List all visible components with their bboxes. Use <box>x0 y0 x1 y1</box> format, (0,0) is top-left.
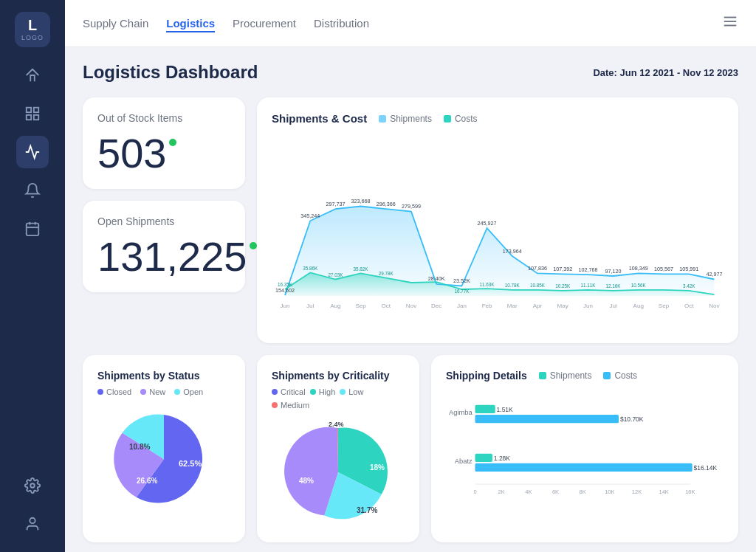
legend-costs: Costs <box>444 114 478 124</box>
svg-text:Feb: Feb <box>482 303 492 309</box>
bar-abatz-shipments-label: 1.28K <box>494 455 510 462</box>
svg-text:Aug: Aug <box>633 303 644 309</box>
svg-text:Oct: Oct <box>684 303 694 309</box>
legend-closed: Closed <box>97 387 131 396</box>
svg-text:Aug: Aug <box>330 303 340 309</box>
nav-bell-icon[interactable] <box>16 174 49 207</box>
pie-low-label: 31.7% <box>357 506 377 514</box>
svg-text:Oct: Oct <box>382 303 391 309</box>
nav-chart-icon[interactable] <box>16 136 49 168</box>
svg-text:28.40K: 28.40K <box>428 275 445 282</box>
svg-text:Jul: Jul <box>609 303 617 309</box>
legend-new: New <box>140 387 165 396</box>
legend-low-dot <box>340 389 346 395</box>
legend-high-dot <box>310 389 316 395</box>
legend-open-dot <box>174 389 180 395</box>
svg-text:245,927: 245,927 <box>478 220 497 227</box>
nav-distribution[interactable]: Distribution <box>314 14 369 32</box>
svg-text:16.77K: 16.77K <box>454 289 470 294</box>
svg-text:323,668: 323,668 <box>351 198 371 204</box>
svg-text:23.52K: 23.52K <box>453 277 470 284</box>
nav-supply-chain[interactable]: Supply Chain <box>83 14 148 32</box>
nav-logistics[interactable]: Logistics <box>166 14 215 32</box>
shipping-details-header: Shipping Details Shipments Costs <box>446 370 724 382</box>
svg-text:10.25K: 10.25K <box>555 283 571 289</box>
svg-text:16.35K: 16.35K <box>278 282 293 287</box>
legend-shipments-dot <box>379 115 386 123</box>
pie-criticality-svg: 18% 31.7% 48% 2.4% <box>275 417 401 528</box>
x-label-16k: 16K <box>685 489 695 495</box>
shipments-status-card: Shipments by Status Closed New Open <box>83 355 245 542</box>
nav-calendar-icon[interactable] <box>16 213 49 245</box>
svg-text:Apr: Apr <box>533 303 543 309</box>
shipments-cost-card: Shipments & Cost Shipments Costs <box>257 97 738 343</box>
x-label-4k: 4K <box>525 489 532 495</box>
svg-point-9 <box>30 518 35 523</box>
legend-closed-dot <box>97 389 103 395</box>
shipping-details-card: Shipping Details Shipments Costs <box>431 355 738 542</box>
shipments-cost-title: Shipments & Cost <box>272 112 367 125</box>
svg-text:154,602: 154,602 <box>275 287 295 294</box>
sidebar: L LOGO <box>0 0 65 552</box>
svg-rect-2 <box>27 115 31 120</box>
nav-user-icon[interactable] <box>16 508 49 540</box>
x-label-8k: 8K <box>580 489 586 495</box>
svg-text:Sep: Sep <box>355 303 366 309</box>
legend-medium: Medium <box>272 401 309 410</box>
pie-open-label: 10.8% <box>129 443 150 451</box>
legend-sd-costs-dot <box>603 372 611 379</box>
out-of-stock-value: 503 <box>97 133 230 174</box>
svg-text:Sep: Sep <box>659 303 670 309</box>
page-title: Logistics Dashboard <box>83 62 258 83</box>
menu-icon[interactable] <box>722 13 738 33</box>
nav-grid-icon[interactable] <box>16 97 49 130</box>
dashboard-content: Logistics Dashboard Date: Jun 12 2021 - … <box>65 47 756 552</box>
svg-text:107,836: 107,836 <box>528 265 547 272</box>
legend-sd-costs: Costs <box>603 370 637 381</box>
nav-settings-icon[interactable] <box>16 469 49 502</box>
pie-criticality-container: 18% 31.7% 48% 2.4% <box>272 417 405 528</box>
svg-text:42,977: 42,977 <box>706 271 722 277</box>
svg-text:297,737: 297,737 <box>326 201 345 207</box>
logo: L LOGO <box>15 12 50 47</box>
pie-critical-label: 48% <box>299 477 314 485</box>
out-of-stock-indicator <box>169 139 176 146</box>
svg-point-8 <box>30 483 35 488</box>
nav-home-icon[interactable] <box>16 59 49 92</box>
main-content: Supply Chain Logistics Procurement Distr… <box>65 0 756 552</box>
x-label-14k: 14K <box>659 489 668 495</box>
legend-shipments: Shipments <box>379 114 432 124</box>
svg-text:Jun: Jun <box>583 303 593 309</box>
svg-text:173,964: 173,964 <box>503 248 522 255</box>
svg-text:345,244: 345,244 <box>300 213 320 219</box>
x-label-12k: 12K <box>632 489 642 495</box>
svg-text:27.03K: 27.03K <box>328 272 343 277</box>
legend-sd-shipments-dot <box>539 372 546 379</box>
logo-letter: L <box>28 18 37 32</box>
legend-open: Open <box>174 387 203 396</box>
legend-sd-shipments: Shipments <box>539 370 592 381</box>
x-label-0: 0 <box>473 489 476 495</box>
svg-text:29.78K: 29.78K <box>379 271 394 276</box>
legend-high: High <box>310 387 336 396</box>
svg-rect-4 <box>27 224 39 236</box>
svg-text:3.42K: 3.42K <box>683 283 695 289</box>
bottom-row: Shipments by Status Closed New Open <box>83 355 738 542</box>
svg-text:12.16K: 12.16K <box>606 283 622 289</box>
svg-text:Nov: Nov <box>406 303 417 309</box>
bar-agimba-costs-label: $10.70K <box>620 415 644 423</box>
legend-costs-dot <box>444 115 451 123</box>
svg-text:Mar: Mar <box>507 303 518 309</box>
nav-procurement[interactable]: Procurement <box>233 14 296 32</box>
open-shipments-card: Open Shipments 131,225 <box>83 201 245 292</box>
svg-text:35.86K: 35.86K <box>303 266 318 271</box>
kpi-column: Out of Stock Items 503 Open Shipments 13… <box>83 97 245 343</box>
bar-agimba-shipments <box>475 405 495 413</box>
svg-rect-3 <box>34 115 38 120</box>
bar-abatz-costs-label: $16.14K <box>694 464 718 472</box>
shipping-details-legend: Shipments Costs <box>539 370 637 381</box>
legend-medium-dot <box>272 402 278 408</box>
shipping-details-svg: Agimba Abatz 1.51K $10.70K 1.28K $16.1 <box>446 390 724 508</box>
svg-text:May: May <box>557 303 569 309</box>
pie-medium-label: 2.4% <box>329 421 344 428</box>
